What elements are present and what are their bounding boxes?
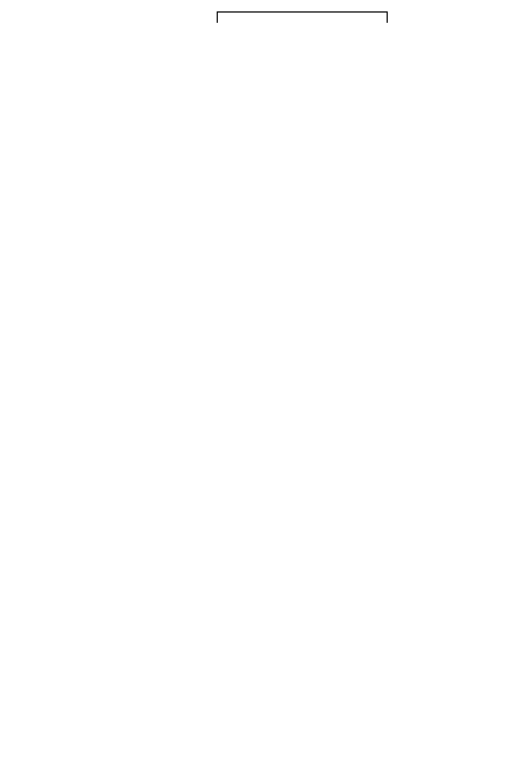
device-box: MMU 104 Device 100	[217, 11, 388, 23]
